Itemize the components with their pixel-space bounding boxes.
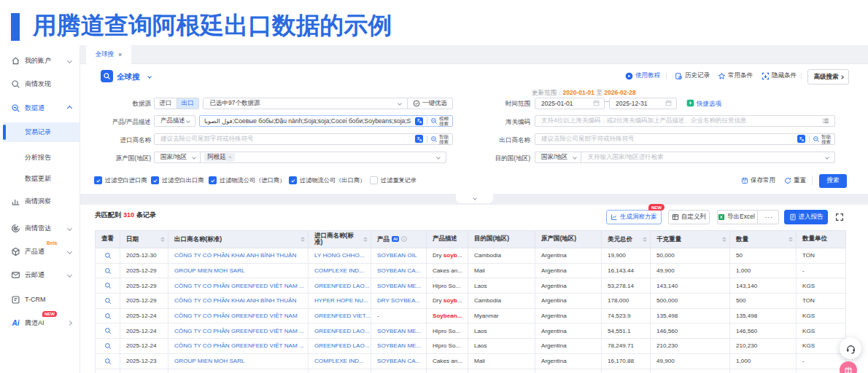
translate-icon[interactable] xyxy=(415,117,423,125)
translate-icon[interactable] xyxy=(797,135,805,143)
exporter-cell[interactable]: CÔNG TY CỔ PHẦN GREENFEED VIỆT NAM ... xyxy=(168,323,309,339)
reset-button[interactable]: 重置 xyxy=(784,175,806,186)
sidebar-item-data-service[interactable]: 数据通 xyxy=(0,100,80,116)
advanced-search-button[interactable]: 高级搜索 xyxy=(807,69,849,85)
export-toggle[interactable]: 出口 xyxy=(177,98,199,109)
view-cell[interactable] xyxy=(96,308,120,323)
sidebar-item-data-update[interactable]: 数据更新 xyxy=(0,170,80,186)
product-cell[interactable]: SOYBEAN CA... xyxy=(371,263,427,278)
importer-input[interactable]: 建议去除公司尾部字符或特殊符号 智能搜索 xyxy=(154,133,453,145)
customize-columns-button[interactable]: 自定义列 xyxy=(668,210,710,224)
sidebar-item-tcrm[interactable]: T-CRM xyxy=(0,291,80,307)
view-magnifier-icon[interactable] xyxy=(104,358,112,365)
sort-icon[interactable] xyxy=(363,237,368,243)
smart-search-button[interactable]: 智能搜索 xyxy=(810,134,834,144)
favorites-button[interactable]: 常用条件 xyxy=(718,71,753,80)
module-title[interactable]: 全球搜 xyxy=(117,72,140,82)
importer-cell[interactable]: GREENFEED VIET... xyxy=(309,308,371,323)
view-cell[interactable] xyxy=(96,278,120,294)
exporter-cell[interactable]: CÔNG TY CỔ PHẦN GREENFEED VIỆT NAM xyxy=(168,308,309,323)
more-button[interactable]: ··· xyxy=(760,213,778,221)
checkbox-checked-icon[interactable] xyxy=(151,176,159,184)
view-magnifier-icon[interactable] xyxy=(104,267,112,275)
sidebar-item-tendata-ai[interactable]: Ai 腾道AI NEW xyxy=(0,315,80,331)
col-kg[interactable]: 千克重量 xyxy=(651,230,730,248)
product-input[interactable]: فول الصويا;Соевые бобы;Đậu nành;Soja;soj… xyxy=(199,115,453,127)
hs-list-icon[interactable] xyxy=(817,117,834,125)
search-button[interactable]: 搜索 xyxy=(819,174,847,188)
importer-cell[interactable]: LY HONG CHHO... xyxy=(309,248,371,264)
col-exporter[interactable]: 出口商名称(标准) xyxy=(168,230,309,248)
origin-tag[interactable]: 阿根廷 × xyxy=(204,153,234,162)
view-magnifier-icon[interactable] xyxy=(104,297,112,305)
fuzzy-search-button[interactable]: 模糊搜索 xyxy=(427,116,452,126)
view-magnifier-icon[interactable] xyxy=(104,327,112,334)
product-cell[interactable]: SOYBEAN ME... xyxy=(371,278,427,294)
date-from-input[interactable]: 2025-01-01 xyxy=(535,98,605,109)
exporter-cell[interactable]: GROUP MIEN MOH SARL xyxy=(168,263,309,278)
hide-conditions-button[interactable]: 隐藏条件 xyxy=(762,71,797,80)
col-usd[interactable]: 美元总价 xyxy=(602,230,651,248)
checkbox-checked-icon[interactable] xyxy=(289,176,297,184)
view-cell[interactable] xyxy=(96,248,120,264)
sidebar-item-product-service[interactable]: 产品通 Beta xyxy=(0,243,80,259)
tab-close-icon[interactable]: × xyxy=(118,52,122,58)
sidebar-item-analysis-report[interactable]: 分析报告 xyxy=(0,149,80,165)
sort-icon[interactable] xyxy=(643,237,647,243)
product-cell[interactable]: SOYBEAN OIL xyxy=(371,248,427,264)
sort-icon[interactable] xyxy=(301,237,305,243)
history-button[interactable]: 历史记录 xyxy=(675,71,710,80)
sort-icon[interactable] xyxy=(722,237,726,243)
view-magnifier-icon[interactable] xyxy=(104,313,112,320)
exporter-cell[interactable]: CÔNG TY CỔ PHẦN KHAI ANH BÌNH THUẬN xyxy=(168,294,309,309)
filter-blank-importer[interactable]: 过滤空白进口商 xyxy=(94,176,147,185)
exporter-cell[interactable]: CÔNG TY CỔ PHẦN KHAI ANH BÌNH THUẬN xyxy=(168,248,309,264)
quick-options-button[interactable]: 快捷选项 xyxy=(697,100,721,109)
sort-icon[interactable] xyxy=(788,237,793,243)
auto-select-button[interactable]: 一键优选 xyxy=(408,99,452,108)
checkbox-checked-icon[interactable] xyxy=(209,176,217,184)
view-cell[interactable] xyxy=(96,263,120,278)
exporter-cell[interactable]: GROUP MIEN MOH SARL xyxy=(168,369,309,373)
date-to-input[interactable]: 2025-12-31 xyxy=(609,98,677,109)
view-magnifier-icon[interactable] xyxy=(104,342,112,350)
view-magnifier-icon[interactable] xyxy=(104,282,112,289)
smart-search-button[interactable]: 智能搜索 xyxy=(427,134,452,144)
tag-close-icon[interactable]: × xyxy=(228,154,232,160)
datasource-selected[interactable]: 已选中97个数据源 xyxy=(204,99,399,108)
col-qty[interactable]: 数量 xyxy=(730,230,797,248)
tutorial-button[interactable]: 使用教程 xyxy=(625,71,660,80)
exporter-cell[interactable]: GROUP MIEN MOH SARL xyxy=(168,353,309,369)
exporter-input[interactable]: 建议去除公司尾部字符或特殊符号 智能搜索 xyxy=(535,133,835,145)
product-cell[interactable]: SOYBEAN CA... xyxy=(371,353,427,369)
view-cell[interactable] xyxy=(96,369,120,373)
importer-cell[interactable]: COMPLEXE IND... xyxy=(309,353,371,369)
view-cell[interactable] xyxy=(96,323,120,339)
view-magnifier-icon[interactable] xyxy=(104,252,112,259)
product-cell[interactable]: DRY SOYBEA... xyxy=(371,294,427,309)
destination-select-group[interactable]: 国家/地区 支持输入国家/地区进行检索 xyxy=(535,152,835,163)
enter-report-button[interactable]: 进入报告 xyxy=(784,210,828,224)
translate-icon[interactable] xyxy=(415,135,423,143)
view-cell[interactable] xyxy=(96,339,120,354)
checkbox-checked-icon[interactable] xyxy=(94,176,102,184)
origin-select-group[interactable]: 国家/地区 阿根廷 × xyxy=(154,152,446,163)
import-toggle[interactable]: 进口 xyxy=(155,98,177,109)
product-cell[interactable]: - xyxy=(371,308,427,323)
fullscreen-icon[interactable] xyxy=(835,213,844,221)
sidebar-item-trade-records[interactable]: 贸易记录 xyxy=(0,124,80,140)
export-excel-button[interactable]: 导出Excel xyxy=(718,213,755,221)
generate-insight-button[interactable]: 生成洞察方案 xyxy=(606,210,662,224)
importer-cell[interactable]: GREENFEED LAO... xyxy=(309,323,371,339)
col-importer[interactable]: 进口商名称(标准) xyxy=(309,230,371,248)
collapse-handle[interactable] xyxy=(456,194,493,203)
support-button[interactable] xyxy=(840,337,861,359)
view-cell[interactable] xyxy=(96,353,120,369)
sidebar-item-mail-service[interactable]: 云邮通 xyxy=(0,267,80,283)
importer-cell[interactable]: GREENFEED LAO... xyxy=(309,339,371,354)
exporter-cell[interactable]: CÔNG TY CỔ PHẦN GREENFEED VIỆT NAM ... xyxy=(168,339,309,354)
product-cell[interactable]: SOYBEAN CA... xyxy=(371,369,427,373)
sort-icon[interactable] xyxy=(160,237,165,243)
importer-cell[interactable]: COMPLEXE IND... xyxy=(309,263,371,278)
product-mode-select[interactable]: 产品描述 xyxy=(154,115,195,127)
